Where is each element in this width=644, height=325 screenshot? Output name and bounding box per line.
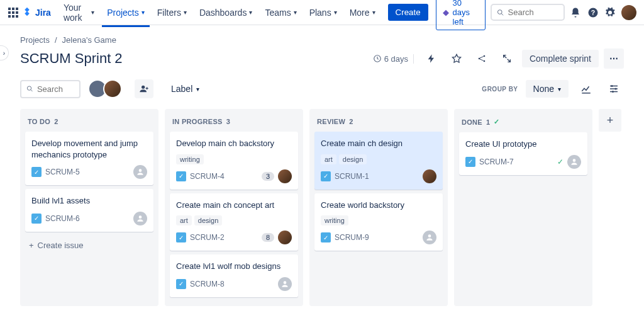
automation-icon[interactable] (421, 48, 441, 69)
view-settings-icon[interactable] (604, 79, 624, 99)
task-type-icon: ✓ (465, 157, 475, 167)
help-icon[interactable]: ? (587, 4, 599, 21)
create-issue-inline[interactable]: +Create issue (25, 236, 153, 255)
plus-icon: + (29, 241, 34, 250)
assignee-avatar[interactable] (567, 155, 581, 169)
card-title: Create lvl1 wolf mob designs (176, 261, 292, 272)
nav-more[interactable]: More▾ (345, 4, 380, 21)
task-type-icon: ✓ (31, 167, 42, 177)
issue-key[interactable]: SCRUM-6 (45, 214, 80, 223)
days-remaining: 6 days (368, 54, 414, 64)
settings-icon[interactable] (604, 4, 617, 21)
more-actions-button[interactable]: ⋯ (604, 48, 624, 69)
svg-rect-5 (16, 11, 18, 14)
assignee-avatar[interactable] (423, 231, 436, 244)
issue-key[interactable]: SCRUM-5 (45, 168, 80, 176)
global-search[interactable] (491, 4, 564, 21)
group-by-dropdown[interactable]: None ▾ (526, 80, 569, 98)
issue-card[interactable]: Develop movement and jump mechanics prot… (25, 132, 153, 185)
issue-key[interactable]: SCRUM-9 (335, 233, 369, 242)
label-dropdown[interactable]: Label ▾ (166, 80, 204, 98)
issue-card[interactable]: Create main ch designartdesign✓SCRUM-1 (314, 132, 443, 190)
breadcrumb-projects[interactable]: Projects (20, 35, 50, 45)
assignee-avatar[interactable] (278, 231, 292, 244)
tag[interactable]: design (194, 215, 222, 225)
tag[interactable]: art (321, 154, 336, 164)
assignee-avatar[interactable] (278, 277, 292, 291)
top-nav: Jira Your work▾ Projects▾ Filters▾ Dashb… (0, 0, 644, 25)
issue-key[interactable]: SCRUM-8 (190, 280, 225, 288)
column-header[interactable]: IN PROGRESS 3 (170, 114, 298, 132)
issue-card[interactable]: Create lvl1 wolf mob designs✓SCRUM-8 (170, 254, 298, 297)
complete-sprint-button[interactable]: Complete sprint (522, 50, 599, 67)
assignee-avatar[interactable] (423, 169, 436, 183)
nav-dashboards[interactable]: Dashboards▾ (194, 4, 258, 21)
nav-projects[interactable]: Projects▾ (102, 4, 150, 21)
breadcrumb-current[interactable]: Jelena's Game (62, 35, 116, 45)
add-people-button[interactable] (135, 79, 153, 98)
tag[interactable]: art (176, 215, 192, 225)
issue-card[interactable]: Create main ch concept artartdesign✓SCRU… (170, 193, 298, 251)
tag[interactable]: writing (176, 154, 204, 164)
chevron-down-icon: ▾ (294, 9, 297, 16)
issue-card[interactable]: Create UI prototype✓SCRUM-7✓ (459, 132, 587, 175)
svg-line-18 (480, 59, 484, 61)
issue-key[interactable]: SCRUM-4 (190, 172, 225, 181)
global-search-input[interactable] (508, 8, 558, 17)
share-icon[interactable] (472, 48, 492, 69)
task-type-icon: ✓ (176, 279, 186, 289)
nav-your-work[interactable]: Your work▾ (58, 0, 99, 26)
tag[interactable]: writing (321, 215, 348, 225)
add-column-button[interactable]: + (599, 109, 621, 132)
issue-card[interactable]: Create world backstorywriting✓SCRUM-9 (314, 193, 443, 251)
board-search-input[interactable] (37, 84, 74, 94)
task-type-icon: ✓ (31, 214, 42, 224)
tag[interactable]: design (339, 154, 367, 164)
svg-point-15 (484, 55, 486, 57)
svg-rect-3 (8, 11, 11, 14)
notifications-icon[interactable] (570, 4, 582, 21)
avatar-jelena[interactable] (103, 79, 122, 98)
fullscreen-icon[interactable] (497, 48, 517, 69)
svg-point-27 (284, 281, 287, 284)
board-search[interactable] (20, 80, 80, 98)
search-icon (497, 8, 504, 17)
assignee-avatar[interactable] (278, 169, 292, 183)
assignee-avatar[interactable] (133, 212, 147, 225)
svg-rect-7 (12, 15, 14, 18)
jira-logo[interactable]: Jira (21, 7, 51, 18)
done-check-icon: ✓ (557, 157, 564, 166)
svg-point-28 (428, 234, 431, 237)
assignee-avatar[interactable] (133, 165, 147, 179)
task-type-icon: ✓ (321, 232, 331, 242)
nav-teams[interactable]: Teams▾ (260, 4, 301, 21)
card-tags: writing (176, 154, 292, 164)
issue-key[interactable]: SCRUM-7 (479, 157, 514, 166)
breadcrumb: Projects / Jelena's Game (20, 35, 624, 45)
svg-point-23 (615, 88, 617, 90)
profile-avatar[interactable] (621, 4, 636, 21)
board-column: TO DO 2Develop movement and jump mechani… (20, 109, 158, 306)
svg-point-29 (573, 159, 576, 162)
page-title: SCRUM Sprint 2 (20, 50, 123, 67)
insights-icon[interactable] (576, 79, 596, 99)
card-title: Develop main ch backstory (176, 138, 292, 149)
issue-card[interactable]: Develop main ch backstorywriting✓SCRUM-4… (170, 132, 298, 190)
nav-filters[interactable]: Filters▾ (152, 4, 192, 21)
issue-key[interactable]: SCRUM-1 (335, 172, 369, 181)
column-header[interactable]: REVIEW 2 (314, 114, 443, 132)
apps-switcher-icon[interactable] (8, 5, 19, 20)
issue-card[interactable]: Build lvl1 assets✓SCRUM-6 (25, 189, 153, 232)
svg-point-21 (142, 86, 145, 89)
issue-key[interactable]: SCRUM-2 (190, 233, 225, 242)
column-header[interactable]: DONE 1 ✓ (459, 114, 587, 132)
nav-plans[interactable]: Plans▾ (304, 4, 342, 21)
card-tags: artdesign (321, 154, 436, 164)
svg-rect-2 (16, 8, 18, 10)
chevron-down-icon: ▾ (249, 9, 252, 16)
create-button[interactable]: Create (388, 4, 428, 21)
svg-point-22 (611, 85, 613, 87)
star-icon[interactable] (447, 48, 467, 69)
column-header[interactable]: TO DO 2 (25, 114, 153, 132)
svg-point-16 (484, 60, 486, 62)
